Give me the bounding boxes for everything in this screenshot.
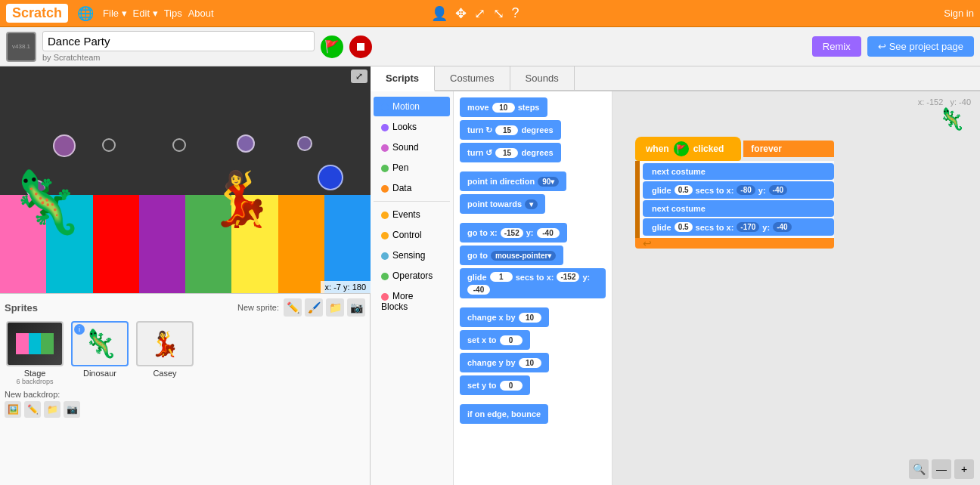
expand-stage-button[interactable]: ⤢ [351, 70, 368, 83]
stage-coordinates: x: -7 y: 180 [321, 281, 371, 293]
change-y-input[interactable]: 10 [519, 358, 541, 368]
camera-sprite-icon[interactable]: 📷 [347, 298, 365, 317]
upload-sprite-icon[interactable]: 📁 [326, 298, 344, 317]
backdrop-thumbnail-icon[interactable]: 🖼️ [5, 401, 21, 418]
glide2-y[interactable]: -40 [773, 222, 791, 232]
block-point-towards[interactable]: point towards ▾ [460, 194, 545, 214]
upload-backdrop-icon[interactable]: 📁 [44, 401, 60, 418]
globe-icon[interactable]: 🌐 [77, 5, 94, 22]
block-set-y[interactable]: set y to 0 [460, 375, 530, 395]
turn-cw-input[interactable]: 15 [495, 125, 518, 135]
block-change-x[interactable]: change x by 10 [460, 307, 549, 327]
category-sensing[interactable]: Sensing [374, 246, 450, 265]
category-events[interactable]: Events [374, 205, 450, 224]
paint-backdrop-icon[interactable]: ✏️ [24, 401, 41, 418]
stop-button[interactable]: ⏹ [349, 36, 372, 58]
compress-icon[interactable]: ⤡ [493, 5, 504, 22]
turn-ccw-input[interactable]: 15 [495, 148, 518, 158]
dinosaur-thumbnail: i 🦎 [71, 321, 129, 366]
about-link[interactable]: About [188, 8, 214, 19]
project-name-input[interactable] [42, 31, 315, 51]
block-glide-1[interactable]: glide 0.5 secs to x: -80 y: -40 [643, 181, 834, 199]
block-turn-cw[interactable]: turn ↻ 15 degrees [460, 120, 561, 140]
go-y-input[interactable]: -40 [537, 228, 560, 238]
block-set-x[interactable]: set x to 0 [460, 330, 530, 350]
category-control[interactable]: Control [374, 225, 450, 245]
fullscreen-icon[interactable]: ⤢ [474, 5, 485, 22]
block-point-direction[interactable]: point in direction 90▾ [460, 171, 566, 191]
new-sprite-icons: ✏️ 🖌️ 📁 📷 [284, 298, 365, 317]
canvas-y-coord: y: -40 [950, 97, 971, 107]
change-x-input[interactable]: 10 [519, 313, 541, 323]
stage-area[interactable]: 🦎 💃 x: -7 y: 180 ⤢ [0, 66, 371, 293]
tab-scripts[interactable]: Scripts [371, 66, 435, 91]
block-move[interactable]: move 10 steps [460, 97, 547, 117]
go-to-dropdown[interactable]: mouse-pointer▾ [491, 251, 556, 261]
dinosaur-sprite[interactable]: 🦎 [8, 172, 83, 233]
sprites-header: Sprites New sprite: ✏️ 🖌️ 📁 📷 [5, 298, 365, 317]
ball-6 [318, 165, 343, 190]
go-x-input[interactable]: -152 [501, 228, 523, 238]
nav-menu: File ▾ Edit ▾ Tips About [103, 8, 214, 19]
glide-x-input[interactable]: -152 [557, 272, 579, 282]
block-glide-2[interactable]: glide 0.5 secs to x: -170 y: -40 [643, 218, 834, 236]
sprite-item-dinosaur[interactable]: i 🦎 Dinosaur [70, 321, 130, 378]
category-more-blocks[interactable]: More Blocks [374, 286, 450, 317]
glide-secs-input[interactable]: 1 [490, 272, 513, 282]
sprite-item-casey[interactable]: 💃 Casey [135, 321, 195, 378]
direction-dropdown[interactable]: 90▾ [538, 177, 559, 187]
fit-button[interactable]: — [932, 459, 951, 479]
category-data[interactable]: Data [374, 178, 450, 198]
camera-backdrop-icon[interactable]: 📷 [64, 401, 80, 418]
paint-new-sprite-icon[interactable]: ✏️ [284, 298, 302, 317]
block-next-costume-2[interactable]: next costume [643, 200, 834, 217]
sprite-item-stage[interactable]: Stage 6 backdrops [5, 321, 65, 385]
edit-menu[interactable]: Edit ▾ [133, 8, 158, 19]
glide2-input1[interactable]: 0.5 [675, 222, 693, 232]
script-canvas[interactable]: x: -152 y: -40 🦎 when 🚩 clicked forever [612, 91, 980, 485]
help-icon[interactable]: ? [512, 5, 519, 22]
block-turn-ccw[interactable]: turn ↺ 15 degrees [460, 143, 561, 162]
green-flag-button[interactable]: 🚩 [321, 36, 343, 58]
brush-icon[interactable]: 🖌️ [305, 298, 323, 317]
glide1-x[interactable]: -80 [737, 185, 755, 195]
category-sound[interactable]: Sound [374, 137, 450, 157]
block-if-on-edge[interactable]: if on edge, bounce [460, 404, 548, 424]
sign-in-link[interactable]: Sign in [944, 8, 974, 19]
block-next-costume-1[interactable]: next costume [643, 163, 834, 180]
glide1-y[interactable]: -40 [769, 185, 787, 195]
zoom-out-button[interactable]: + [954, 459, 974, 479]
set-y-input[interactable]: 0 [500, 381, 523, 391]
info-badge[interactable]: i [74, 324, 85, 335]
set-x-input[interactable]: 0 [500, 335, 523, 345]
add-sprite-icon[interactable]: 👤 [431, 5, 448, 22]
towards-dropdown[interactable]: ▾ [525, 199, 538, 209]
backdrop-icons: 🖼️ ✏️ 📁 📷 [5, 401, 365, 418]
ball-2 [102, 138, 116, 152]
block-go-to-xy[interactable]: go to x: -152 y: -40 [460, 223, 567, 242]
dancer-sprite[interactable]: 💃 [208, 172, 274, 225]
move-icon[interactable]: ✥ [455, 5, 467, 22]
ball-1 [53, 134, 76, 157]
tab-sounds[interactable]: Sounds [510, 66, 575, 90]
hat-block[interactable]: when 🚩 clicked [635, 137, 741, 161]
glide1-input1[interactable]: 0.5 [675, 185, 693, 195]
tips-link[interactable]: Tips [164, 8, 182, 19]
glide2-x[interactable]: -170 [737, 222, 759, 232]
category-operators[interactable]: Operators [374, 266, 450, 286]
category-pen[interactable]: Pen [374, 158, 450, 178]
forever-block[interactable]: forever [743, 141, 834, 157]
block-glide[interactable]: glide 1 secs to x: -152 y: -40 [460, 268, 606, 298]
tab-costumes[interactable]: Costumes [435, 66, 510, 90]
block-go-to-mouse[interactable]: go to mouse-pointer▾ [460, 246, 563, 265]
scratch-logo[interactable]: Scratch [6, 4, 68, 23]
block-change-y[interactable]: change y by 10 [460, 353, 549, 372]
remix-button[interactable]: Remix [812, 36, 861, 57]
category-looks[interactable]: Looks [374, 117, 450, 137]
category-motion[interactable]: Motion [374, 97, 450, 116]
move-input[interactable]: 10 [492, 103, 515, 113]
see-project-button[interactable]: ↩ See project page [867, 36, 974, 57]
glide-y-input[interactable]: -40 [467, 285, 490, 295]
file-menu[interactable]: File ▾ [103, 8, 127, 19]
zoom-in-button[interactable]: 🔍 [909, 459, 929, 479]
